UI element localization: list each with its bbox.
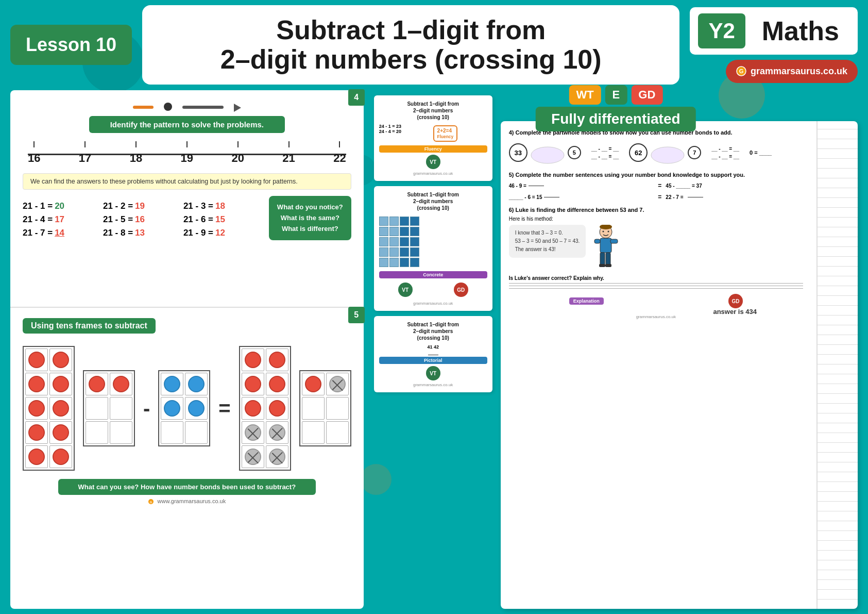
svg-rect-10 — [606, 253, 610, 265]
eq-row-7: 21 - 8 = 13 — [103, 228, 178, 238]
svg-rect-8 — [600, 238, 611, 253]
left-worksheets: Subtract 1–digit from2–digit numbers(cro… — [374, 90, 492, 609]
q6-tags: Explanation GD — [509, 292, 803, 310]
y2-badge: Y2 — [698, 13, 745, 48]
equations-grid: 21 - 1 = 20 21 - 2 = 19 21 - 3 = 18 21 -… — [23, 201, 259, 238]
eq-row-4: 21 - 5 = 16 — [103, 214, 178, 225]
tens-frame-1 — [23, 346, 75, 471]
equations-area: 21 - 1 = 20 21 - 2 = 19 21 - 3 = 18 21 -… — [23, 196, 351, 243]
main-content: 4 Identify the pattern to solve the prob… — [10, 90, 858, 609]
tens-frame-1b — [83, 370, 135, 446]
ns-eq2: = 45 - _____ = 37 — [658, 182, 803, 189]
connector-1 — [530, 140, 566, 165]
e-badge: E — [605, 85, 627, 105]
svg-point-4 — [531, 147, 564, 163]
question-5: 5) Complete the number sentences using y… — [509, 172, 803, 201]
num-33: 33 — [509, 143, 527, 162]
eq-row-3: 21 - 4 = 17 — [23, 214, 98, 225]
ns-eq4: = 22 - 7 = — [658, 193, 803, 201]
q5-label: 5) Complete the number sentences using y… — [509, 172, 803, 178]
ws2-badges: VT GD — [379, 280, 487, 299]
grammar-footer-icon: G — [148, 499, 154, 505]
ws1-vt-badge: VT — [426, 155, 440, 169]
slide-4-number: 4 — [348, 89, 365, 106]
tick-18: 18 — [130, 141, 142, 165]
ws2-concrete-tag: Concrete — [379, 271, 487, 278]
q6-label: 6) Luke is finding the difference betwee… — [509, 207, 803, 213]
tick-20: 20 — [231, 141, 244, 165]
ws3-lines — [379, 352, 487, 355]
ws1-orange-label: 2+2=4Fluency — [433, 125, 457, 142]
ws1-fluency-tag: Fluency — [379, 145, 487, 153]
svg-rect-9 — [600, 253, 605, 265]
eq-row-2: 21 - 3 = 18 — [183, 201, 259, 211]
tick-22: 22 — [333, 141, 346, 165]
q6-content: I know that 3 – 3 = 0. 53 – 3 = 50 and 5… — [509, 225, 803, 271]
svg-rect-12 — [610, 239, 618, 243]
partwhole-models: 33 5 __ - __ = __ __ - __ = __ — [509, 140, 803, 165]
num-62: 62 — [629, 143, 648, 162]
eq-row-8: 21 - 9 = 12 — [183, 228, 259, 238]
explanation-q: Is Luke's answer correct? Explain why. — [509, 275, 803, 281]
svg-rect-13 — [599, 264, 605, 267]
method-label: Here is his method: — [509, 216, 803, 222]
page-title-line2: 2–digit numbers (crossing 10) — [163, 45, 659, 74]
identify-pattern-box: Identify the pattern to solve the proble… — [89, 116, 285, 133]
grammar-badge: G grammarsaurus.co.uk — [726, 60, 858, 83]
svg-text:G: G — [739, 68, 744, 74]
ws2-footer: grammarsaurus.co.uk — [379, 301, 487, 306]
wt-e-gd-badges: WT E GD — [569, 85, 662, 105]
number-line: 16 17 18 19 20 21 22 — [23, 141, 351, 167]
slide-5-title: Using tens frames to subtract — [23, 318, 156, 334]
ws3-header: Subtract 1–digit from2–digit numbers(cro… — [379, 321, 487, 341]
right-badges: Y2 Maths G grammarsaurus.co.uk — [690, 7, 858, 83]
blank-0: 0 = ____ — [750, 150, 772, 156]
title-box: Subtract 1–digit from 2–digit numbers (c… — [142, 5, 679, 85]
tick-19: 19 — [181, 141, 193, 165]
explanation-tag: Explanation — [569, 297, 604, 305]
ws2-blocks — [379, 214, 487, 269]
thought-2: 53 – 3 = 50 and 50 – 7 = 43. — [515, 237, 580, 245]
slide-5: 5 Using tens frames to subtract — [10, 307, 364, 609]
svg-point-15 — [603, 231, 604, 233]
tens-frame-3 — [239, 346, 291, 471]
page-title-line1: Subtract 1–digit from — [163, 15, 659, 45]
equals-sign: = — [218, 397, 230, 420]
diff-badge-area: WT E GD Fully differentiated — [536, 85, 695, 131]
eq-row-0: 21 - 1 = 20 — [23, 201, 98, 211]
big-worksheet: 4) Complete the partwhole models to show… — [501, 121, 858, 609]
tens-frame-2 — [158, 370, 210, 446]
maths-label: Maths — [752, 11, 849, 51]
ws2-gd-badge: GD — [454, 283, 468, 297]
grammar-icon: G — [736, 66, 746, 76]
model-1: 33 5 — [509, 140, 581, 165]
question-6: 6) Luke is finding the difference betwee… — [509, 207, 803, 310]
ws3-pictorial-tag: Pictorial — [379, 357, 487, 364]
bottom-question: What can you see? How have number bonds … — [58, 479, 316, 495]
ws1-footer: grammarsaurus.co.uk — [379, 171, 487, 176]
slide-4: 4 Identify the pattern to solve the prob… — [10, 90, 364, 307]
tick-17: 17 — [79, 141, 91, 165]
svg-rect-11 — [594, 239, 600, 243]
lined-paper-decoration — [816, 121, 858, 609]
lesson-badge: Lesson 10 — [10, 25, 132, 65]
slide-5-number: 5 — [348, 307, 365, 323]
answer-lines-1: __ - __ = __ __ - __ = __ — [591, 146, 619, 159]
ws1-header: Subtract 1–digit from2–digit numbers(cro… — [379, 101, 487, 121]
tens-frame-3b — [299, 370, 351, 446]
big-worksheet-area: 4) Complete the partwhole models to show… — [501, 90, 858, 609]
num-5: 5 — [568, 146, 581, 159]
thought-bubble: I know that 3 – 3 = 0. 53 – 3 = 50 and 5… — [509, 225, 586, 258]
ws2-vt-badge: VT — [398, 283, 413, 297]
model-2: 62 7 — [629, 140, 701, 165]
right-panel: WT E GD Fully differentiated Subtract 1–… — [374, 90, 858, 609]
pattern-hint: We can find the answers to these problem… — [23, 173, 351, 190]
gd-badge: GD — [631, 85, 662, 105]
q6-gd-badge: GD — [728, 294, 743, 308]
svg-text:G: G — [150, 501, 152, 504]
num-7: 7 — [688, 146, 701, 159]
worksheet-3: Subtract 1–digit from2–digit numbers(cro… — [374, 316, 492, 392]
wt-badge: WT — [569, 85, 601, 105]
tens-frames-area: - = — [23, 346, 351, 471]
boy-figure — [592, 225, 620, 271]
